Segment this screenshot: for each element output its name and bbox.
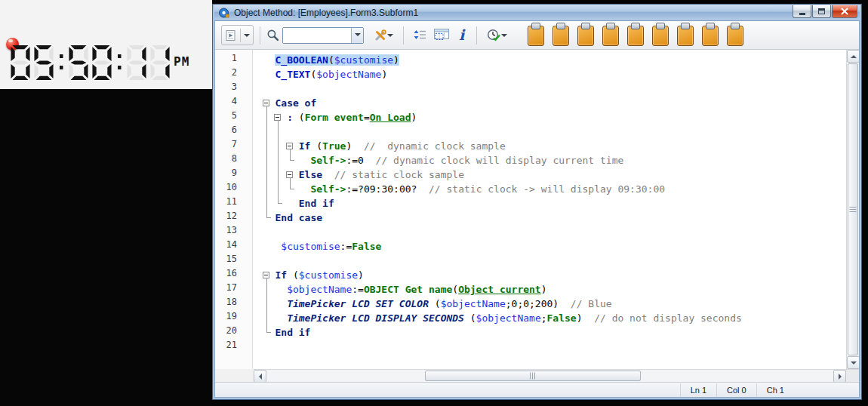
scrollbar-corner bbox=[846, 369, 859, 382]
code-line[interactable]: Self->:=?09:30:00? // static clock -> wi… bbox=[253, 182, 846, 196]
clipboard-icon[interactable] bbox=[652, 26, 669, 46]
timer-dropdown-button[interactable] bbox=[483, 25, 511, 45]
clipboard-icon[interactable] bbox=[602, 26, 619, 46]
line-number: 14 bbox=[215, 239, 252, 254]
code-text: C_TEXT($objectName) bbox=[275, 69, 387, 80]
fold-guide-line bbox=[290, 149, 294, 161]
code-line[interactable]: TimePicker LCD DISPLAY SECONDS ($objectN… bbox=[253, 311, 846, 325]
code-line[interactable]: TimePicker LCD SET COLOR ($objectName;0;… bbox=[253, 297, 846, 311]
line-number: 18 bbox=[215, 297, 252, 311]
selected-code-text: C_BOOLEAN($customise) bbox=[275, 54, 399, 66]
status-bar: Ln 1 Col 0 Ch 1 bbox=[215, 382, 859, 397]
arrow-down-icon bbox=[851, 361, 857, 368]
code-text: Self->:=?09:30:00? // static clock -> wi… bbox=[310, 183, 665, 195]
code-text: End if bbox=[275, 327, 310, 338]
clipboard-icon[interactable] bbox=[627, 26, 644, 46]
tools-dropdown-caret bbox=[387, 34, 393, 40]
scroll-right-button[interactable] bbox=[833, 370, 846, 383]
clock-digit bbox=[150, 45, 170, 80]
clipboard-icon[interactable] bbox=[727, 26, 743, 46]
code-line[interactable]: Else // static clock sample bbox=[253, 168, 846, 182]
fold-guide-line bbox=[290, 177, 294, 189]
horizontal-scrollbar[interactable] bbox=[254, 369, 846, 382]
vertical-scroll-track[interactable] bbox=[847, 63, 859, 356]
clock-digit bbox=[69, 45, 88, 80]
tools-dropdown-button[interactable] bbox=[370, 25, 397, 45]
code-line[interactable]: $objectName:=OBJECT Get name(Object curr… bbox=[253, 282, 846, 297]
line-number: 19 bbox=[215, 311, 252, 325]
line-number: 7 bbox=[215, 139, 252, 153]
search-icon[interactable] bbox=[266, 29, 279, 42]
scroll-down-button[interactable] bbox=[847, 356, 859, 369]
line-number: 8 bbox=[215, 153, 252, 168]
search-dropdown-caret[interactable] bbox=[351, 28, 363, 43]
code-line[interactable]: End case bbox=[253, 211, 846, 225]
wrench-icon bbox=[374, 29, 387, 42]
search-input[interactable] bbox=[283, 28, 351, 43]
vertical-scrollbar[interactable] bbox=[846, 50, 859, 369]
run-method-dropdown-caret[interactable] bbox=[244, 34, 250, 40]
window-controls bbox=[793, 5, 857, 18]
code-line[interactable]: End if bbox=[253, 196, 846, 211]
clock-digit bbox=[127, 45, 146, 80]
code-line[interactable] bbox=[253, 225, 846, 239]
line-number: 17 bbox=[215, 282, 252, 297]
run-method-button[interactable] bbox=[221, 25, 254, 45]
gutter-spacer bbox=[215, 369, 254, 382]
window-titlebar[interactable]: Object Method: [Employees].Form3.Subform… bbox=[214, 5, 860, 21]
clipboard-icon[interactable] bbox=[702, 26, 719, 46]
minimize-button[interactable] bbox=[793, 5, 811, 18]
line-number: 6 bbox=[215, 125, 252, 139]
line-number: 15 bbox=[215, 254, 252, 268]
line-number: 3 bbox=[215, 82, 252, 96]
scroll-up-button[interactable] bbox=[847, 50, 859, 63]
window-title: Object Method: [Employees].Form3.Subform… bbox=[234, 8, 418, 18]
clipboard-icon[interactable] bbox=[677, 26, 694, 46]
clipboard-icon[interactable] bbox=[577, 26, 594, 46]
info-icon[interactable]: i bbox=[459, 28, 464, 42]
horizontal-scroll-thumb[interactable] bbox=[425, 371, 640, 381]
line-number: 9 bbox=[215, 168, 252, 182]
code-line[interactable]: Case of bbox=[253, 96, 846, 110]
horizontal-scroll-track[interactable] bbox=[266, 370, 833, 382]
scroll-left-button[interactable] bbox=[254, 370, 266, 383]
code-line[interactable]: $customise:=False bbox=[253, 239, 846, 254]
expand-collapse-icon[interactable] bbox=[414, 29, 426, 41]
clipboard-icon[interactable] bbox=[528, 26, 544, 46]
line-number: 1 bbox=[215, 53, 252, 67]
code-line[interactable] bbox=[253, 125, 846, 139]
code-text: Case of bbox=[275, 97, 316, 109]
code-line[interactable]: If (True) // dynamic clock sample bbox=[253, 139, 846, 153]
close-button[interactable] bbox=[832, 5, 857, 18]
code-line[interactable] bbox=[253, 254, 846, 268]
line-number: 16 bbox=[215, 268, 252, 282]
code-line[interactable] bbox=[253, 340, 846, 354]
code-text: TimePicker LCD DISPLAY SECONDS ($objectN… bbox=[287, 312, 742, 324]
fold-guide-line bbox=[266, 278, 271, 333]
form-background bbox=[0, 89, 212, 406]
code-text: End case bbox=[275, 212, 322, 223]
code-line[interactable]: C_BOOLEAN($customise) bbox=[253, 53, 846, 67]
code-text: : (Form event=On Load) bbox=[287, 112, 417, 123]
line-number: 5 bbox=[215, 110, 252, 125]
arrow-left-icon bbox=[256, 374, 262, 380]
search-combobox[interactable] bbox=[282, 27, 364, 44]
code-line[interactable]: End if bbox=[253, 325, 846, 340]
code-line[interactable]: : (Form event=On Load) bbox=[253, 110, 846, 125]
code-line[interactable] bbox=[253, 82, 846, 96]
toolbar-separator bbox=[260, 26, 260, 45]
line-number: 11 bbox=[215, 196, 252, 211]
code-line[interactable]: If ($customise) bbox=[253, 268, 846, 282]
clipboard-icon[interactable] bbox=[553, 26, 569, 46]
code-line[interactable]: C_TEXT($objectName) bbox=[253, 67, 846, 82]
split-divider bbox=[240, 29, 241, 42]
maximize-button[interactable] bbox=[812, 5, 831, 18]
clock-period: PM bbox=[174, 54, 189, 69]
vertical-scroll-thumb[interactable] bbox=[848, 63, 858, 355]
code-editor[interactable]: C_BOOLEAN($customise)C_TEXT($objectName)… bbox=[253, 50, 846, 369]
form-grid-icon[interactable] bbox=[434, 29, 449, 42]
toolbar: i bbox=[215, 21, 859, 50]
code-line[interactable]: Self->:=0 // dynamic clock will display … bbox=[253, 153, 846, 168]
lcd-clock-panel: PM bbox=[0, 0, 212, 89]
fold-guide-line bbox=[266, 106, 271, 218]
